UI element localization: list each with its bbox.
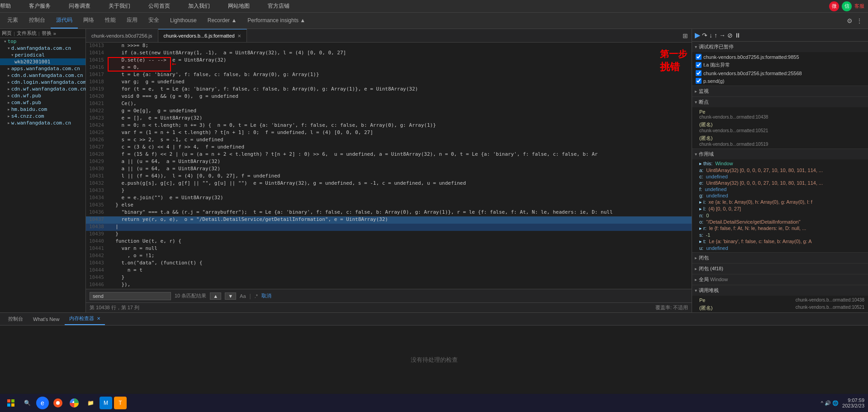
scope-i[interactable]: ▸ i: xe {a: le, b: Array(0), h: Array(0)…	[692, 199, 868, 206]
bp-checkbox-0[interactable]	[696, 54, 702, 60]
tab-performance-insights[interactable]: Performance insights ▲	[242, 13, 311, 29]
tree-item-hmbaidu[interactable]: ▸hm.baidu.com	[0, 106, 85, 113]
tree-item-periodical[interactable]: ▾periodical	[0, 52, 85, 58]
taskbar-app[interactable]: T	[114, 397, 127, 409]
tab-recorder[interactable]: Recorder ▲	[202, 13, 242, 29]
closure-header[interactable]: ▸ 闭包	[692, 253, 868, 263]
bp-item-3[interactable]: p.send(g)	[692, 77, 868, 85]
weibo-icon[interactable]: 微	[829, 1, 839, 11]
taskbar-browser1[interactable]: e	[36, 397, 49, 409]
call-pe[interactable]: Pe chunk-vendors.b...ormatted:10438	[692, 297, 868, 304]
scope-o[interactable]: o: "/Detail.DetailService/getDetailInfor…	[692, 219, 868, 225]
scope-c[interactable]: c: undefined	[692, 173, 868, 180]
nav-sitemap[interactable]: 网站地图	[228, 2, 250, 10]
step-into-btn[interactable]: ↓	[709, 32, 712, 39]
nav-survey[interactable]: 问卷调查	[69, 2, 90, 10]
bp-item-1[interactable]: t.a 抛出异常	[692, 61, 868, 69]
file-tab-vendors-formatted[interactable]: chunk-vendors.b...6.js:formatted ✕	[158, 29, 247, 42]
scope-this[interactable]: ▸ this: Window	[692, 160, 868, 167]
call-stack-anon1[interactable]: (匿名) chunk-vendors.b...ormatted:10521	[692, 120, 868, 134]
taskbar-store[interactable]: M	[100, 397, 112, 409]
bp-item-0[interactable]: chunk-vendors.b0cd7256.js:formatted:9855	[692, 53, 868, 61]
tree-item-top[interactable]: ▾top	[0, 38, 85, 45]
scope-a[interactable]: a: Uint8Array(32) [0, 0, 0, 0, 27, 10, 1…	[692, 167, 868, 173]
code-editor[interactable]: 10409 1 = [0, 0, 0, 0]; (4) [0, 0, 0, 27…	[86, 43, 692, 289]
devtools-settings[interactable]: ⚙	[847, 17, 853, 24]
scope-l[interactable]: ▸ l: (4) [0, 0, 0, 27]	[692, 206, 868, 212]
nav-join[interactable]: 加入我们	[188, 2, 210, 10]
search-regex[interactable]: .*	[255, 293, 258, 299]
search-input[interactable]	[90, 292, 171, 300]
tab-console[interactable]: 控制台	[24, 13, 51, 29]
split-editor-icon[interactable]: ⊞	[683, 32, 688, 39]
deactivate-breakpoints-btn[interactable]: ⊘	[727, 32, 733, 39]
tab-lighthouse[interactable]: Lighthouse	[165, 13, 202, 29]
nav-overrides[interactable]: 替换	[42, 30, 52, 37]
close-file-tab[interactable]: ✕	[237, 34, 241, 38]
debugger-paused-header[interactable]: ▾ 调试程序已暂停	[692, 42, 868, 52]
taskbar-browser2[interactable]	[51, 396, 65, 410]
search-prev-btn[interactable]: ▲	[210, 292, 221, 300]
bp-item-2[interactable]: chunk-vendors.b0cd7256.js:formatted:2556…	[692, 69, 868, 77]
tree-item-s4cnzz[interactable]: ▸s4.cnzz.com	[0, 113, 85, 120]
step-over-btn[interactable]: ↷	[702, 32, 707, 39]
taskbar-chrome[interactable]	[67, 396, 81, 410]
watch-header[interactable]: ▸ 监视	[692, 86, 868, 96]
wechat-icon[interactable]: 信	[842, 1, 852, 11]
nav-service[interactable]: 客户服务	[29, 2, 51, 10]
tree-item-comwf[interactable]: ▸com.wf.pub	[0, 99, 85, 106]
call-stack-anon2[interactable]: (匿名) chunk-vendors.b...ormatted:10519	[692, 134, 868, 148]
bp-checkbox-2[interactable]	[696, 70, 702, 76]
tree-item-d-wanfang[interactable]: ▾d.wanfangdata.com.cn	[0, 45, 85, 52]
tab-elements[interactable]: 元素	[2, 13, 24, 29]
tree-item-cdn[interactable]: ▸cdn.d.wanfangdata.com.cn	[0, 72, 85, 79]
search-cancel-btn[interactable]: 取消	[261, 292, 271, 299]
bottom-tab-memory[interactable]: 内存检查器 ✕	[65, 313, 105, 325]
taskbar-search[interactable]: 🔍	[20, 396, 34, 410]
nav-webpage[interactable]: 网页	[2, 30, 12, 37]
bottom-tab-console[interactable]: 控制台	[4, 313, 28, 325]
resume-btn[interactable]: ▶	[695, 31, 700, 39]
callstack-header[interactable]: ▾ 调用堆栈	[692, 285, 868, 296]
tree-item-apps[interactable]: ▸apps.wanfangdata.com.cn	[0, 65, 85, 72]
bottom-tab-whatsnew[interactable]: What's New	[28, 313, 64, 325]
search-next-btn[interactable]: ▼	[225, 292, 236, 300]
nav-store[interactable]: 官方店铺	[268, 2, 289, 10]
close-memory-tab[interactable]: ✕	[97, 316, 100, 321]
tree-item-wwanfang[interactable]: ▸w.wanfangdata.com.cn	[0, 120, 85, 126]
devtools-more[interactable]: ⋮	[856, 17, 863, 24]
tab-security[interactable]: 安全	[143, 13, 165, 29]
pause-on-exceptions-btn[interactable]: ⏸	[735, 32, 741, 39]
scope-g[interactable]: g: undefined	[692, 192, 868, 199]
bp-checkbox-1[interactable]	[696, 62, 702, 68]
scope-r[interactable]: ▸ r: le {f: false, f: At, N: le, headers…	[692, 225, 868, 232]
nav-more[interactable]: »	[53, 31, 56, 36]
tab-application[interactable]: 应用	[121, 13, 143, 29]
nav-about[interactable]: 关于我们	[109, 2, 130, 10]
tree-item-cdnwfpub[interactable]: ▸cdn.wf.pub	[0, 92, 85, 99]
nav-home[interactable]: 公司首页	[148, 2, 170, 10]
notice-btn[interactable]: 客服	[854, 3, 864, 10]
tab-sources[interactable]: 源代码	[51, 13, 78, 29]
step-out-btn[interactable]: ↑	[714, 32, 717, 39]
tree-item-wkb[interactable]: wkb202301001	[0, 58, 85, 65]
tree-item-cdnwf[interactable]: ▸cdn.wf.wanfangdata.com.cn	[0, 86, 85, 92]
scope-f[interactable]: f: undefined	[692, 186, 868, 192]
scope-header[interactable]: ▾ 作用域	[692, 149, 868, 159]
tab-network[interactable]: 网络	[78, 13, 100, 29]
search-case-sensitive[interactable]: Aa	[240, 293, 246, 299]
bp-checkbox-3[interactable]	[696, 78, 702, 84]
global-header[interactable]: ▸ 全局 Window	[692, 274, 868, 285]
closure2-header[interactable]: ▸ 闭包 (4f18)	[692, 263, 868, 274]
call-stack-pe[interactable]: Pe chunk-vendors.b...ormatted:10438	[692, 108, 868, 120]
scope-u[interactable]: u: undefined	[692, 245, 868, 251]
taskbar-folder[interactable]: 📁	[83, 396, 98, 410]
call-anon1[interactable]: (匿名) chunk-vendors.b...ormatted:10521	[692, 304, 868, 312]
nav-filesystem[interactable]: 文件系统	[17, 30, 37, 37]
start-button[interactable]	[4, 396, 18, 410]
breakpoints-header[interactable]: ▾ 断点	[692, 97, 868, 107]
tab-performance[interactable]: 性能	[100, 13, 121, 29]
scope-s[interactable]: s: -1	[692, 232, 868, 238]
scope-n[interactable]: n: 0	[692, 212, 868, 219]
step-btn[interactable]: →	[719, 32, 726, 39]
